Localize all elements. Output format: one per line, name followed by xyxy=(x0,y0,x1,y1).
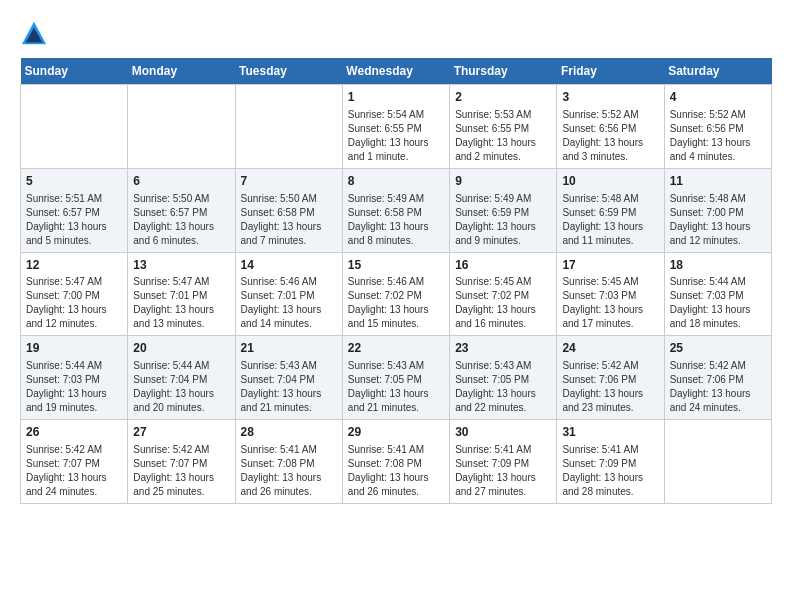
day-content: Sunrise: 5:46 AMSunset: 7:02 PMDaylight:… xyxy=(348,275,444,331)
day-number: 20 xyxy=(133,340,229,357)
day-content: Sunrise: 5:50 AMSunset: 6:58 PMDaylight:… xyxy=(241,192,337,248)
day-content: Sunrise: 5:42 AMSunset: 7:07 PMDaylight:… xyxy=(133,443,229,499)
calendar-cell: 10Sunrise: 5:48 AMSunset: 6:59 PMDayligh… xyxy=(557,168,664,252)
calendar-header-wednesday: Wednesday xyxy=(342,58,449,85)
day-number: 3 xyxy=(562,89,658,106)
calendar-cell: 2Sunrise: 5:53 AMSunset: 6:55 PMDaylight… xyxy=(450,85,557,169)
day-number: 2 xyxy=(455,89,551,106)
calendar-cell: 22Sunrise: 5:43 AMSunset: 7:05 PMDayligh… xyxy=(342,336,449,420)
day-number: 19 xyxy=(26,340,122,357)
calendar-week-row: 19Sunrise: 5:44 AMSunset: 7:03 PMDayligh… xyxy=(21,336,772,420)
calendar-cell: 7Sunrise: 5:50 AMSunset: 6:58 PMDaylight… xyxy=(235,168,342,252)
day-number: 18 xyxy=(670,257,766,274)
calendar-cell: 29Sunrise: 5:41 AMSunset: 7:08 PMDayligh… xyxy=(342,420,449,504)
calendar-header-sunday: Sunday xyxy=(21,58,128,85)
calendar-cell: 14Sunrise: 5:46 AMSunset: 7:01 PMDayligh… xyxy=(235,252,342,336)
calendar-header-saturday: Saturday xyxy=(664,58,771,85)
calendar-cell: 25Sunrise: 5:42 AMSunset: 7:06 PMDayligh… xyxy=(664,336,771,420)
day-content: Sunrise: 5:48 AMSunset: 6:59 PMDaylight:… xyxy=(562,192,658,248)
day-content: Sunrise: 5:54 AMSunset: 6:55 PMDaylight:… xyxy=(348,108,444,164)
calendar-week-row: 12Sunrise: 5:47 AMSunset: 7:00 PMDayligh… xyxy=(21,252,772,336)
day-content: Sunrise: 5:42 AMSunset: 7:07 PMDaylight:… xyxy=(26,443,122,499)
page-header xyxy=(20,20,772,48)
calendar-cell: 23Sunrise: 5:43 AMSunset: 7:05 PMDayligh… xyxy=(450,336,557,420)
day-number: 11 xyxy=(670,173,766,190)
day-number: 7 xyxy=(241,173,337,190)
day-number: 17 xyxy=(562,257,658,274)
day-content: Sunrise: 5:52 AMSunset: 6:56 PMDaylight:… xyxy=(562,108,658,164)
calendar-cell: 1Sunrise: 5:54 AMSunset: 6:55 PMDaylight… xyxy=(342,85,449,169)
day-number: 23 xyxy=(455,340,551,357)
logo-icon xyxy=(20,20,48,48)
calendar-header-monday: Monday xyxy=(128,58,235,85)
day-number: 9 xyxy=(455,173,551,190)
calendar-cell xyxy=(21,85,128,169)
day-number: 22 xyxy=(348,340,444,357)
day-content: Sunrise: 5:41 AMSunset: 7:09 PMDaylight:… xyxy=(562,443,658,499)
day-number: 14 xyxy=(241,257,337,274)
calendar-header-tuesday: Tuesday xyxy=(235,58,342,85)
day-number: 12 xyxy=(26,257,122,274)
day-content: Sunrise: 5:45 AMSunset: 7:02 PMDaylight:… xyxy=(455,275,551,331)
day-content: Sunrise: 5:43 AMSunset: 7:05 PMDaylight:… xyxy=(455,359,551,415)
calendar-week-row: 26Sunrise: 5:42 AMSunset: 7:07 PMDayligh… xyxy=(21,420,772,504)
day-number: 16 xyxy=(455,257,551,274)
day-number: 10 xyxy=(562,173,658,190)
day-number: 21 xyxy=(241,340,337,357)
calendar-cell: 26Sunrise: 5:42 AMSunset: 7:07 PMDayligh… xyxy=(21,420,128,504)
calendar-cell: 28Sunrise: 5:41 AMSunset: 7:08 PMDayligh… xyxy=(235,420,342,504)
calendar-cell: 11Sunrise: 5:48 AMSunset: 7:00 PMDayligh… xyxy=(664,168,771,252)
day-content: Sunrise: 5:47 AMSunset: 7:01 PMDaylight:… xyxy=(133,275,229,331)
day-number: 13 xyxy=(133,257,229,274)
calendar-cell: 12Sunrise: 5:47 AMSunset: 7:00 PMDayligh… xyxy=(21,252,128,336)
calendar-cell: 13Sunrise: 5:47 AMSunset: 7:01 PMDayligh… xyxy=(128,252,235,336)
calendar-cell xyxy=(128,85,235,169)
calendar-cell: 4Sunrise: 5:52 AMSunset: 6:56 PMDaylight… xyxy=(664,85,771,169)
day-content: Sunrise: 5:43 AMSunset: 7:05 PMDaylight:… xyxy=(348,359,444,415)
day-content: Sunrise: 5:49 AMSunset: 6:59 PMDaylight:… xyxy=(455,192,551,248)
day-number: 24 xyxy=(562,340,658,357)
day-content: Sunrise: 5:50 AMSunset: 6:57 PMDaylight:… xyxy=(133,192,229,248)
calendar-cell: 30Sunrise: 5:41 AMSunset: 7:09 PMDayligh… xyxy=(450,420,557,504)
day-content: Sunrise: 5:41 AMSunset: 7:08 PMDaylight:… xyxy=(241,443,337,499)
logo xyxy=(20,20,52,48)
calendar-cell: 21Sunrise: 5:43 AMSunset: 7:04 PMDayligh… xyxy=(235,336,342,420)
day-number: 26 xyxy=(26,424,122,441)
calendar-cell: 20Sunrise: 5:44 AMSunset: 7:04 PMDayligh… xyxy=(128,336,235,420)
day-content: Sunrise: 5:46 AMSunset: 7:01 PMDaylight:… xyxy=(241,275,337,331)
day-number: 25 xyxy=(670,340,766,357)
calendar-week-row: 5Sunrise: 5:51 AMSunset: 6:57 PMDaylight… xyxy=(21,168,772,252)
calendar-cell: 31Sunrise: 5:41 AMSunset: 7:09 PMDayligh… xyxy=(557,420,664,504)
day-number: 4 xyxy=(670,89,766,106)
day-content: Sunrise: 5:44 AMSunset: 7:03 PMDaylight:… xyxy=(26,359,122,415)
calendar-cell xyxy=(235,85,342,169)
calendar-cell: 9Sunrise: 5:49 AMSunset: 6:59 PMDaylight… xyxy=(450,168,557,252)
calendar-cell: 27Sunrise: 5:42 AMSunset: 7:07 PMDayligh… xyxy=(128,420,235,504)
calendar-cell: 17Sunrise: 5:45 AMSunset: 7:03 PMDayligh… xyxy=(557,252,664,336)
calendar-cell xyxy=(664,420,771,504)
day-number: 5 xyxy=(26,173,122,190)
calendar-cell: 6Sunrise: 5:50 AMSunset: 6:57 PMDaylight… xyxy=(128,168,235,252)
day-content: Sunrise: 5:49 AMSunset: 6:58 PMDaylight:… xyxy=(348,192,444,248)
calendar-header-thursday: Thursday xyxy=(450,58,557,85)
day-content: Sunrise: 5:44 AMSunset: 7:03 PMDaylight:… xyxy=(670,275,766,331)
calendar-cell: 24Sunrise: 5:42 AMSunset: 7:06 PMDayligh… xyxy=(557,336,664,420)
day-number: 27 xyxy=(133,424,229,441)
calendar-body: 1Sunrise: 5:54 AMSunset: 6:55 PMDaylight… xyxy=(21,85,772,504)
calendar-week-row: 1Sunrise: 5:54 AMSunset: 6:55 PMDaylight… xyxy=(21,85,772,169)
day-number: 1 xyxy=(348,89,444,106)
day-content: Sunrise: 5:41 AMSunset: 7:08 PMDaylight:… xyxy=(348,443,444,499)
calendar-cell: 15Sunrise: 5:46 AMSunset: 7:02 PMDayligh… xyxy=(342,252,449,336)
calendar-table: SundayMondayTuesdayWednesdayThursdayFrid… xyxy=(20,58,772,504)
day-number: 30 xyxy=(455,424,551,441)
day-number: 6 xyxy=(133,173,229,190)
calendar-cell: 18Sunrise: 5:44 AMSunset: 7:03 PMDayligh… xyxy=(664,252,771,336)
day-content: Sunrise: 5:48 AMSunset: 7:00 PMDaylight:… xyxy=(670,192,766,248)
calendar-header-friday: Friday xyxy=(557,58,664,85)
calendar-cell: 5Sunrise: 5:51 AMSunset: 6:57 PMDaylight… xyxy=(21,168,128,252)
calendar-cell: 3Sunrise: 5:52 AMSunset: 6:56 PMDaylight… xyxy=(557,85,664,169)
calendar-cell: 19Sunrise: 5:44 AMSunset: 7:03 PMDayligh… xyxy=(21,336,128,420)
day-number: 15 xyxy=(348,257,444,274)
day-content: Sunrise: 5:44 AMSunset: 7:04 PMDaylight:… xyxy=(133,359,229,415)
calendar-header-row: SundayMondayTuesdayWednesdayThursdayFrid… xyxy=(21,58,772,85)
